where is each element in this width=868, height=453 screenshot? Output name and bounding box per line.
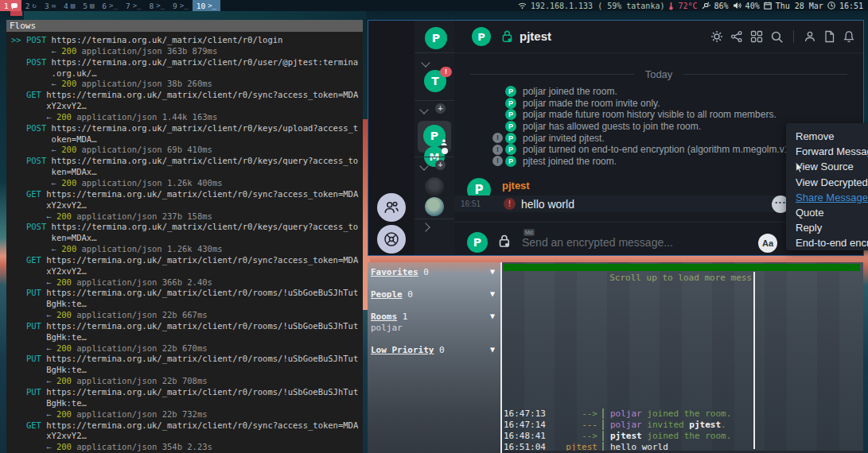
community-panel: [368, 21, 415, 255]
people-button[interactable]: [377, 193, 406, 222]
flow-line[interactable]: POST https://termina.org.uk/_matrix/clie…: [11, 156, 363, 167]
menu-item-view-decrypted-s[interactable]: View Decrypted S: [796, 175, 868, 190]
flow-line[interactable]: PUT https://termina.org.uk/_matrix/clien…: [11, 288, 363, 299]
flow-line[interactable]: BgHk:te…: [11, 365, 363, 376]
room-avatar[interactable]: P: [472, 27, 491, 46]
menu-item-reply[interactable]: Reply: [796, 220, 868, 235]
flow-line[interactable]: ← 200 application/json 22b 667ms: [11, 310, 363, 321]
flow-line[interactable]: ← 200 application/json 1.26k 400ms: [11, 178, 363, 189]
flow-line[interactable]: BgHk:te…: [11, 398, 363, 409]
flow-line[interactable]: ← 200 application/json 363b 879ms: [11, 46, 363, 57]
flow-line[interactable]: ← 200 application/json 1.44k 163ms: [11, 112, 363, 123]
flow-line[interactable]: ken=MDAx…: [11, 233, 363, 244]
room-avatar-image[interactable]: [425, 197, 444, 216]
flow-line[interactable]: ← 200 application/json 354b 2.23s: [11, 442, 363, 453]
flow-line[interactable]: POST https://termina.org.uk/_matrix/clie…: [11, 123, 363, 134]
workspace-5[interactable]: 5▤: [79, 0, 98, 11]
menu-item-end-to-end-encry[interactable]: End-to-end encry: [796, 235, 868, 250]
timeline-event[interactable]: Ppoljar made the room invite only.: [454, 98, 863, 110]
flow-line[interactable]: ← 200 application/json 1.26k 430ms: [11, 244, 363, 255]
gomuks-window: Favorites 0▼People 0▼Rooms 1▼poljarLow P…: [368, 262, 863, 453]
menu-item-view-source[interactable]: View Source: [796, 159, 868, 174]
event-text: poljar joined the room.: [523, 86, 617, 97]
flow-line[interactable]: GET https://termina.org.uk/_matrix/clien…: [11, 420, 363, 432]
section-rooms[interactable]: Rooms 1▼: [371, 312, 407, 323]
workspace-3[interactable]: 3✉: [41, 0, 60, 11]
section-favorites[interactable]: Favorites 0▼: [371, 267, 429, 278]
flow-line[interactable]: xY2xvY2…: [11, 200, 363, 211]
workspace-6[interactable]: 6>_: [98, 0, 122, 11]
flow-line[interactable]: xY2xvY2…: [11, 101, 363, 112]
section-collapse-icon[interactable]: ▼: [490, 289, 495, 298]
flow-line[interactable]: ← 200 application/json 22b 708ms: [11, 376, 363, 387]
workspace-1[interactable]: 1: [0, 0, 21, 11]
clock-icon: [827, 2, 835, 10]
warning-placeholder: [492, 122, 503, 132]
flow-line[interactable]: ← 200 application/json 69b 410ms: [11, 145, 363, 156]
flow-line[interactable]: ken=MDAx…: [11, 167, 363, 178]
system-tray: 192.168.1.133 ( 59% tatanka) 72°C 86% 40…: [518, 0, 868, 11]
format-button[interactable]: Aa: [758, 234, 777, 253]
flow-line[interactable]: POST https://termina.org.uk/_matrix/clie…: [11, 57, 363, 68]
flow-line[interactable]: BgHk:te…: [11, 299, 363, 310]
calendar-icon: [764, 2, 772, 10]
section-people[interactable]: People 0▼: [371, 289, 413, 300]
section-collapse-icon[interactable]: ▼: [490, 345, 495, 354]
section-collapse-icon[interactable]: ▼: [490, 267, 495, 276]
menu-item-share-message[interactable]: Share Message: [796, 190, 868, 205]
workspace-4[interactable]: 4▤: [60, 0, 79, 11]
user-avatar[interactable]: P: [425, 27, 447, 49]
members-icon[interactable]: [804, 30, 816, 43]
notifications-bell-icon[interactable]: [843, 30, 855, 43]
flow-line[interactable]: PUT https://termina.org.uk/_matrix/clien…: [11, 354, 363, 365]
workspace-icon: ↻: [32, 2, 36, 10]
event-text: pjtest joined the room.: [523, 156, 617, 167]
flow-line[interactable]: POST https://termina.org.uk/_matrix/clie…: [11, 222, 363, 233]
apps-grid-icon[interactable]: [750, 30, 763, 43]
flow-line[interactable]: ← 200 application/json 366b 2.40s: [11, 277, 363, 288]
flow-line[interactable]: GET https://termina.org.uk/_matrix/clien…: [11, 255, 363, 266]
flow-line[interactable]: GET https://termina.org.uk/_matrix/clien…: [11, 189, 363, 200]
workspace-9[interactable]: 9>_: [169, 0, 193, 11]
file-icon[interactable]: [823, 30, 835, 43]
flow-line[interactable]: ← 200 application/json 22b 670ms: [11, 343, 363, 354]
flow-line[interactable]: ← 200 application/json 38b 260ms: [11, 79, 363, 90]
menu-item-quote[interactable]: Quote: [796, 205, 868, 220]
workspace-7[interactable]: 7>_: [122, 0, 146, 11]
menu-item-forward-message[interactable]: Forward Message: [796, 144, 868, 159]
menu-item-remove[interactable]: Remove: [796, 129, 868, 144]
section-low-priority[interactable]: Low Priority 0▼: [371, 345, 445, 356]
timeline-event[interactable]: Ppoljar joined the room.: [454, 86, 863, 98]
flow-line[interactable]: xY2xvY2…: [11, 266, 363, 277]
flow-line[interactable]: ← 200 application/json 22b 732ms: [11, 409, 363, 420]
workspace-8[interactable]: 8>_: [146, 0, 169, 11]
flow-line[interactable]: GET https://termina.org.uk/_matrix/clien…: [11, 90, 363, 101]
divider: [753, 272, 755, 449]
settings-icon[interactable]: [710, 30, 723, 43]
date: Thu 28 Mar: [776, 2, 823, 10]
flow-line[interactable]: .org.uk/…: [11, 68, 363, 79]
sender-name[interactable]: pjtest: [502, 180, 530, 192]
flow-line[interactable]: xY2xvY2…: [11, 431, 363, 442]
workspace-10[interactable]: 10>_: [193, 0, 220, 11]
room-poljar[interactable]: poljar: [371, 323, 403, 334]
explore-button[interactable]: [377, 225, 406, 254]
flow-line[interactable]: PUT https://termina.org.uk/_matrix/clien…: [11, 387, 363, 398]
flow-line[interactable]: ← 200 application/json 237b 158ms: [11, 211, 363, 223]
share-icon[interactable]: [730, 30, 743, 43]
timeline-event[interactable]: Ppoljar made future room history visible…: [454, 109, 863, 121]
workspace-2[interactable]: 2↻: [21, 0, 41, 11]
event-avatar: P: [505, 133, 516, 144]
divider: [415, 100, 454, 101]
search-icon[interactable]: [770, 30, 784, 44]
add-room-button[interactable]: +: [435, 103, 446, 114]
room-avatar-image[interactable]: [425, 177, 444, 196]
flow-line[interactable]: BgHk:te…: [11, 332, 363, 343]
time: 16:51: [839, 2, 863, 10]
add-room-button[interactable]: +: [435, 160, 446, 170]
section-collapse-icon[interactable]: ▼: [490, 312, 495, 320]
flow-line[interactable]: PUT https://termina.org.uk/_matrix/clien…: [11, 321, 363, 332]
message-input[interactable]: Send an encrypted message...: [522, 236, 673, 249]
flow-line[interactable]: oken=MDA…: [11, 134, 363, 145]
flow-line[interactable]: >> POST https://termina.org.uk/_matrix/c…: [11, 35, 363, 46]
